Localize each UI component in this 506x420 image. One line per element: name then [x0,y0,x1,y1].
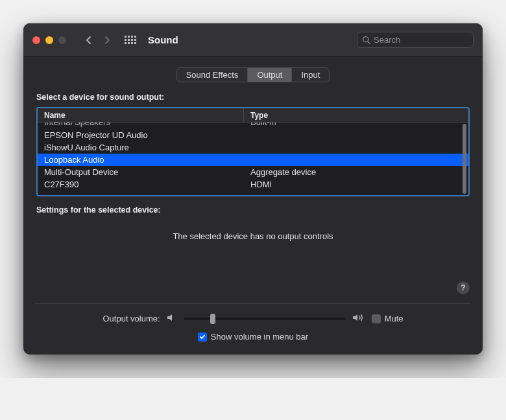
col-name-header[interactable]: Name [38,108,244,122]
table-header: Name Type [38,108,468,122]
device-list[interactable]: Internal Speakers Built-in EPSON Project… [38,122,468,195]
show-volume-checkbox[interactable]: Show volume in menu bar [198,332,308,342]
checkbox-checked-icon [198,332,207,342]
output-volume-slider[interactable] [184,314,346,324]
search-icon [362,36,370,44]
search-placeholder: Search [374,35,400,45]
tab-selector: Sound Effects Output Input [176,67,330,82]
speaker-high-icon [352,313,365,324]
table-row[interactable]: C27F390 HDMI [38,178,468,191]
nav-buttons [80,32,115,49]
table-row-selected[interactable]: Loopback Audio [38,154,468,166]
content-area: Sound Effects Output Input Select a devi… [23,57,483,355]
scrollbar[interactable] [463,124,466,194]
tab-output[interactable]: Output [248,68,292,82]
all-preferences-icon[interactable] [125,34,138,47]
window-title: Sound [148,34,178,45]
search-input[interactable]: Search [357,32,474,48]
window-controls [32,36,66,44]
speaker-low-icon [167,313,177,324]
help-button[interactable]: ? [457,281,470,294]
tab-sound-effects[interactable]: Sound Effects [177,68,248,82]
zoom-window-button[interactable] [58,36,66,44]
settings-label: Settings for the selected device: [36,205,470,215]
window-toolbar: Sound Search [23,23,483,57]
checkbox-icon [372,314,381,323]
slider-knob[interactable] [210,314,215,324]
no-output-controls-text: The selected device has no output contro… [36,231,470,241]
mute-label: Mute [385,314,404,323]
output-volume-label: Output volume: [102,314,160,323]
output-device-table: Name Type Internal Speakers Built-in EPS… [36,107,470,196]
select-device-label: Select a device for sound output: [36,93,470,102]
output-volume-row: Output volume: Mute [36,313,470,324]
svg-line-1 [368,41,370,43]
close-window-button[interactable] [32,36,40,44]
forward-button[interactable] [99,32,115,49]
back-button[interactable] [80,32,97,49]
table-row[interactable]: EPSON Projector UD Audio [38,129,468,141]
show-volume-label: Show volume in menu bar [211,332,308,342]
minimize-window-button[interactable] [45,36,53,44]
sound-preferences-window: Sound Search Sound Effects Output Input … [23,23,483,355]
divider [35,303,471,304]
table-row[interactable]: iShowU Audio Capture [38,141,468,154]
table-row[interactable]: Multi-Output Device Aggregate device [38,166,468,178]
mute-checkbox[interactable]: Mute [372,314,404,323]
table-row[interactable]: Internal Speakers Built-in [38,122,468,129]
col-type-header[interactable]: Type [244,108,468,122]
tab-input[interactable]: Input [292,68,329,82]
